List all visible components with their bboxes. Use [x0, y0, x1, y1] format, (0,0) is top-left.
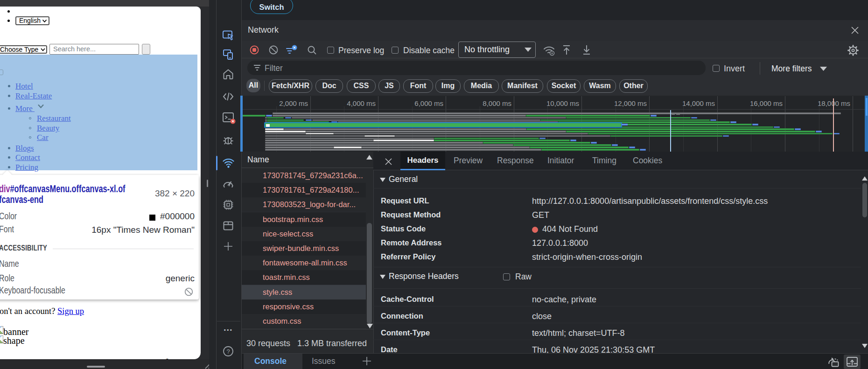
svg-text:?: ? — [226, 348, 230, 355]
